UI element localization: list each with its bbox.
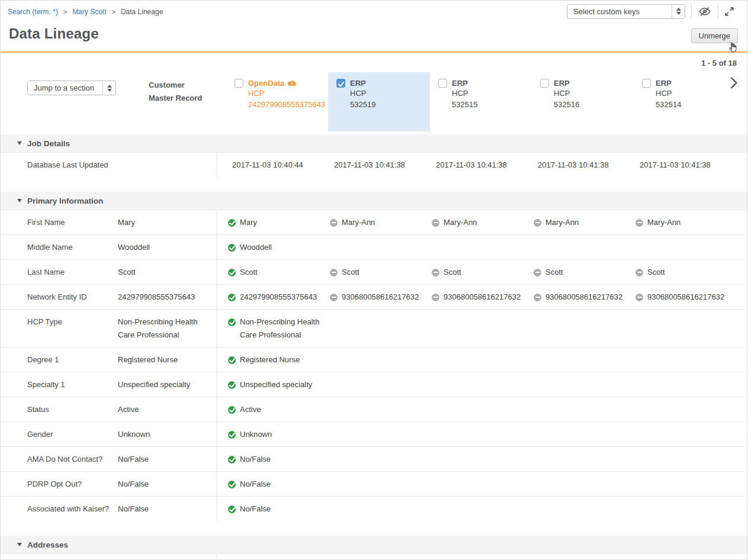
source-value: Mary-Ann bbox=[328, 216, 428, 229]
minus-circle-icon bbox=[330, 269, 338, 276]
source-values-area: No/False bbox=[217, 497, 747, 521]
jump-select-value: Jump to a section bbox=[28, 83, 102, 92]
source-value: Mary-Ann bbox=[430, 216, 529, 229]
source-value-text: 2017-11-03 10:41:38 bbox=[334, 159, 405, 172]
source-value: 2017-11-03 10:41:38 bbox=[430, 159, 529, 172]
source-value-text: Wooddell bbox=[240, 241, 272, 254]
breadcrumb-search-link[interactable]: Search (term: *) bbox=[8, 8, 58, 16]
source-checkbox[interactable] bbox=[438, 79, 447, 88]
source-value: 2017-11-03 10:40:44 bbox=[226, 159, 326, 172]
source-values-area: Wooddell bbox=[217, 235, 747, 259]
field-label: Status bbox=[27, 403, 118, 416]
minus-circle-icon bbox=[534, 219, 541, 227]
section-header[interactable]: Primary Information bbox=[1, 192, 747, 210]
source-column-title: OpenData bbox=[235, 79, 328, 88]
field-row: Degree 1Registered NurseRegistered Nurse bbox=[1, 347, 747, 372]
field-row: PDRP Opt Out?No/FalseNo/False bbox=[1, 471, 747, 496]
field-row: Specialty 1Unspecified specialtyUnspecif… bbox=[1, 372, 747, 397]
collapse-triangle-icon bbox=[17, 141, 22, 145]
source-value: Scott bbox=[634, 266, 733, 279]
source-value-text: Scott bbox=[240, 266, 258, 279]
source-values-area: Non-Prescribing Health Care Professional bbox=[217, 310, 747, 347]
source-record-type: HCP bbox=[452, 88, 532, 99]
field-row: Associated with Kaiser?No/FalseNo/False bbox=[1, 496, 747, 521]
section-header[interactable]: Addresses bbox=[1, 536, 747, 553]
section-header[interactable]: Job Details bbox=[1, 134, 747, 152]
check-circle-icon bbox=[228, 294, 236, 301]
source-column-header: ERPHCP532514 bbox=[634, 72, 736, 131]
field-label: PDRP Opt Out? bbox=[27, 478, 118, 491]
master-value: Mary bbox=[118, 216, 210, 229]
section: Addresses bbox=[1, 536, 747, 560]
source-checkbox[interactable] bbox=[336, 79, 345, 88]
source-values-area: Active bbox=[217, 397, 747, 421]
source-value-text: 930680058616217632 bbox=[342, 291, 419, 304]
source-value: Mary-Ann bbox=[634, 216, 733, 229]
source-value-text: 930680058616217632 bbox=[647, 291, 724, 304]
minus-circle-icon bbox=[534, 294, 541, 301]
source-value: Wooddell bbox=[226, 241, 326, 254]
source-record-type: HCP bbox=[656, 88, 736, 99]
source-value: Unknown bbox=[226, 428, 326, 441]
source-checkbox[interactable] bbox=[235, 79, 243, 88]
unmerge-button[interactable]: Unmerge bbox=[691, 28, 738, 43]
source-value: No/False bbox=[226, 478, 326, 491]
field-label: Database Last Updated bbox=[27, 159, 118, 172]
check-circle-icon bbox=[228, 356, 236, 364]
master-value: Unspecified specialty bbox=[118, 378, 210, 391]
source-value: 2017-11-03 10:41:38 bbox=[532, 159, 631, 172]
master-value: No/False bbox=[118, 453, 210, 466]
lineage-table: Job DetailsDatabase Last Updated2017-11-… bbox=[1, 134, 747, 560]
source-system-label: ERP bbox=[452, 79, 468, 88]
source-column-header: ERPHCP532515 bbox=[430, 72, 532, 131]
source-system-name: ERP bbox=[452, 79, 468, 88]
master-value: Registered Nurse bbox=[118, 353, 210, 366]
source-value: Unspecified specialty bbox=[226, 378, 326, 391]
minus-circle-icon bbox=[534, 269, 541, 276]
source-value: Scott bbox=[328, 266, 428, 279]
source-system-label: OpenData bbox=[248, 79, 284, 88]
custom-keys-select[interactable]: Select custom keys bbox=[567, 4, 685, 19]
field-label: Specialty 1 bbox=[27, 378, 118, 391]
master-value: 242979908555375643 bbox=[118, 291, 210, 304]
master-value: No/False bbox=[118, 478, 210, 491]
field-row: Middle NameWooddellWooddell bbox=[1, 234, 747, 259]
source-value-text: Scott bbox=[545, 266, 563, 279]
source-value: No/False bbox=[226, 503, 326, 516]
eye-off-icon[interactable] bbox=[692, 4, 718, 19]
section: Job DetailsDatabase Last Updated2017-11-… bbox=[1, 134, 747, 177]
field-label: First Name bbox=[27, 216, 118, 229]
source-value: Scott bbox=[532, 266, 631, 279]
source-column-header: OpenDataHCP242979908555375643 bbox=[226, 72, 328, 131]
source-record-id: 242979908555375643 bbox=[248, 99, 332, 110]
source-value: Scott bbox=[430, 266, 529, 279]
minus-circle-icon bbox=[432, 269, 439, 276]
source-values-area: 2017-11-03 10:40:442017-11-03 10:41:3820… bbox=[217, 153, 747, 177]
column-header-strip: Jump to a section Customer Master Record… bbox=[1, 72, 747, 131]
section-title: Addresses bbox=[27, 540, 68, 549]
source-value: Non-Prescribing Health Care Professional bbox=[226, 316, 326, 342]
source-value: Scott bbox=[226, 266, 326, 279]
check-circle-icon bbox=[228, 406, 236, 414]
source-checkbox[interactable] bbox=[540, 79, 549, 88]
check-circle-icon bbox=[228, 431, 236, 439]
check-circle-icon bbox=[228, 381, 236, 389]
custom-keys-select-value: Select custom keys bbox=[567, 7, 672, 16]
master-value bbox=[118, 159, 210, 172]
source-value: No/False bbox=[226, 453, 326, 466]
jump-to-section-select[interactable]: Jump to a section bbox=[27, 81, 116, 95]
source-value-text: No/False bbox=[240, 503, 271, 516]
source-value: 930680058616217632 bbox=[328, 291, 428, 304]
breadcrumb-record-link[interactable]: Mary Scott bbox=[72, 8, 106, 16]
chevron-right-icon[interactable] bbox=[730, 76, 738, 91]
source-value-text: Unspecified specialty bbox=[240, 378, 312, 391]
expand-icon[interactable] bbox=[718, 4, 740, 19]
source-checkbox[interactable] bbox=[642, 79, 651, 88]
source-values-area: Unknown bbox=[217, 422, 747, 446]
source-value-text: 2017-11-03 10:41:38 bbox=[640, 159, 711, 172]
source-record-id: 532516 bbox=[554, 99, 638, 110]
source-value-text: 2017-11-03 10:41:38 bbox=[436, 159, 507, 172]
section-title: Primary Information bbox=[27, 197, 103, 205]
source-value-text: Mary-Ann bbox=[342, 216, 375, 229]
section: Primary InformationFirst NameMaryMaryMar… bbox=[1, 192, 747, 521]
